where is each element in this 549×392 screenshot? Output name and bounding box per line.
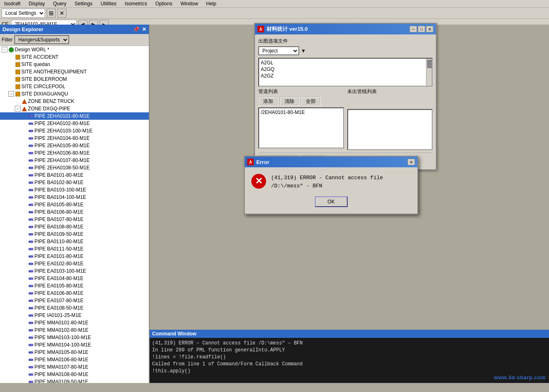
svg-rect-66: [29, 322, 30, 324]
tree-item[interactable]: ZONE BENZ TRUCK: [0, 98, 149, 105]
de-pin-btn[interactable]: 📌: [133, 26, 139, 32]
tree-type-icon: [28, 335, 34, 340]
menu-help[interactable]: Help: [204, 0, 219, 7]
tree-type-icon: [28, 283, 34, 289]
pipe-entry[interactable]: /2EHA0101-80-M1E: [260, 109, 342, 116]
tree-item[interactable]: PIPE BA0106-80-M1E: [0, 208, 149, 216]
design-explorer-tree[interactable]: −Design WORL *SITE ACCIDENTSITE quedanSI…: [0, 46, 149, 383]
tree-type-icon: [28, 290, 34, 296]
svg-rect-28: [29, 182, 30, 183]
filter-select[interactable]: Hangers&Supports: [14, 35, 69, 44]
tree-expander[interactable]: −: [8, 91, 14, 97]
tree-item[interactable]: SITE BOILERROOM: [0, 75, 149, 83]
matstat-project-select[interactable]: Project: [258, 46, 299, 55]
local-settings-select[interactable]: Local Settings: [2, 9, 45, 18]
svg-rect-5: [16, 84, 20, 89]
list-item-a2gz[interactable]: A2GZ: [260, 73, 431, 79]
tree-item[interactable]: PIPE MMA0102-80-M1E: [0, 326, 149, 334]
tree-item-label: PIPE MMA0109-50-M1E: [34, 379, 88, 383]
matstat-minimize-btn[interactable]: ─: [410, 26, 417, 32]
matstat-project-list[interactable]: A2GL A2GQ A2GZ: [258, 58, 433, 87]
toolbar-icon-btn1[interactable]: ⊞: [47, 9, 56, 18]
tree-expander[interactable]: −: [2, 47, 7, 52]
tree-item[interactable]: PIPE EA0107-80-M1E: [0, 297, 149, 304]
pipe-list-area[interactable]: /2EHA0101-80-M1E: [258, 107, 344, 148]
de-close-btn[interactable]: ✕: [142, 26, 146, 32]
list-item-a2gq[interactable]: A2GQ: [260, 66, 431, 73]
tree-item[interactable]: PIPE EA0103-100-M1E: [0, 267, 149, 275]
tree-item-label: PIPE MMA0104-100-M1E: [34, 342, 91, 348]
svg-rect-4: [16, 77, 20, 82]
tree-item[interactable]: PIPE MMA0107-80-M1E: [0, 363, 149, 371]
tree-item[interactable]: PIPE EA0108-50-M1E: [0, 304, 149, 312]
svg-rect-44: [29, 241, 30, 242]
tree-item[interactable]: PIPE BA0110-80-M1E: [0, 238, 149, 245]
tree-item[interactable]: PIPE MMA0104-100-M1E: [0, 341, 149, 349]
menu-display[interactable]: Display: [26, 0, 47, 7]
tree-item[interactable]: PIPE EA0105-80-M1E: [0, 282, 149, 289]
matstat-maximize-btn[interactable]: □: [418, 26, 425, 32]
tree-item[interactable]: PIPE EA0101-80-M1E: [0, 253, 149, 260]
list-item-a2gl[interactable]: A2GL: [260, 59, 431, 66]
tree-item[interactable]: PIPE BA0103-100-M1E: [0, 186, 149, 194]
command-window-content[interactable]: (41,319) ERROR – Cannot access file /D:\…: [150, 338, 549, 382]
tree-item[interactable]: PIPE BA0102-80-M1E: [0, 179, 149, 186]
tree-item[interactable]: PIPE MMA0109-50-M1E: [0, 378, 149, 383]
tree-item-label: PIPE MMA0105-80-M1E: [34, 349, 88, 355]
menu-isodraft[interactable]: Isodraft: [2, 0, 23, 7]
tree-item[interactable]: PIPE 2EHA0107-80-M1E: [0, 157, 149, 164]
tree-item[interactable]: PIPE MMA0108-80-M1E: [0, 371, 149, 378]
tree-item[interactable]: PIPE EA0106-80-M1E: [0, 289, 149, 297]
tree-item[interactable]: SITE ACCIDENT: [0, 53, 149, 61]
tree-item[interactable]: PIPE BA0109-50-M1E: [0, 230, 149, 238]
tree-item[interactable]: PIPE 2EHA0103-100-M1E: [0, 127, 149, 134]
add-btn[interactable]: 添加: [258, 97, 278, 106]
svg-rect-62: [29, 308, 30, 309]
tree-expander[interactable]: −: [15, 106, 21, 112]
error-ok-btn[interactable]: OK: [315, 196, 348, 207]
tree-item[interactable]: −ZONE DXGQ-PIPE: [0, 105, 149, 112]
tree-item[interactable]: SITE ANOTHEREQUIPMENT: [0, 68, 149, 75]
menu-settings[interactable]: Settings: [72, 0, 95, 7]
tree-item[interactable]: PIPE MMA0103-100-M1E: [0, 334, 149, 341]
menu-isometrics[interactable]: Isometrics: [122, 0, 150, 7]
tree-item[interactable]: SITE quedan: [0, 61, 149, 68]
toolbar-icon-btn2[interactable]: ✕: [57, 9, 66, 18]
svg-rect-20: [29, 153, 30, 154]
tree-item[interactable]: PIPE BA0105-80-M1E: [0, 201, 149, 208]
menu-query[interactable]: Query: [50, 0, 69, 7]
tree-item[interactable]: PIPE EA0104-80-M1E: [0, 275, 149, 282]
tree-item[interactable]: −Design WORL *: [0, 46, 149, 53]
matstat-close-btn[interactable]: ✕: [426, 26, 433, 32]
tree-item[interactable]: PIPE MMA0106-80-M1E: [0, 356, 149, 363]
tree-item[interactable]: PIPE BA0108-80-M1E: [0, 223, 149, 230]
tree-item[interactable]: PIPE 2EHA0106-80-M1E: [0, 149, 149, 157]
tree-item[interactable]: PIPE 2EHA0102-80-M1E: [0, 120, 149, 127]
tree-item-label: PIPE BA0108-80-M1E: [34, 224, 83, 230]
tree-item[interactable]: PIPE 2EHA0108-50-M1E: [0, 164, 149, 171]
tree-item[interactable]: PIPE MMA0105-80-M1E: [0, 349, 149, 356]
tree-item[interactable]: PIPE IA0101-25-M1E: [0, 312, 149, 319]
tree-item[interactable]: PIPE 2EHA0104-80-M1E: [0, 134, 149, 142]
tree-item[interactable]: SITE CIRCLEPOOL: [0, 83, 149, 90]
clear-btn[interactable]: 清除: [280, 97, 299, 106]
tree-type-icon: [28, 187, 34, 193]
tree-item[interactable]: PIPE BA0107-80-M1E: [0, 216, 149, 223]
tree-item[interactable]: PIPE MMA0101-80-M1E: [0, 319, 149, 326]
menu-options[interactable]: Options: [153, 0, 175, 7]
tree-type-icon: [28, 253, 34, 259]
unpipe-list-area[interactable]: [347, 109, 433, 150]
tree-item[interactable]: PIPE EA0102-80-M1E: [0, 260, 149, 267]
tree-item[interactable]: PIPE 2EHA0101-80-M1E: [0, 112, 149, 120]
svg-rect-72: [29, 344, 30, 346]
all-btn[interactable]: 全部: [301, 97, 321, 106]
tree-item[interactable]: PIPE BA0111-50-M1E: [0, 245, 149, 253]
tree-type-icon: [28, 312, 34, 318]
tree-item[interactable]: PIPE BA0104-100-M1E: [0, 194, 149, 201]
tree-item[interactable]: −SITE DIXIAGUANQU: [0, 90, 149, 98]
error-close-btn[interactable]: ✕: [408, 159, 415, 165]
tree-item[interactable]: PIPE BA0101-80-M1E: [0, 171, 149, 179]
tree-item[interactable]: PIPE 2EHA0105-80-M1E: [0, 142, 149, 149]
menu-utilities[interactable]: Utilities: [98, 0, 119, 7]
menu-window[interactable]: Window: [178, 0, 200, 7]
